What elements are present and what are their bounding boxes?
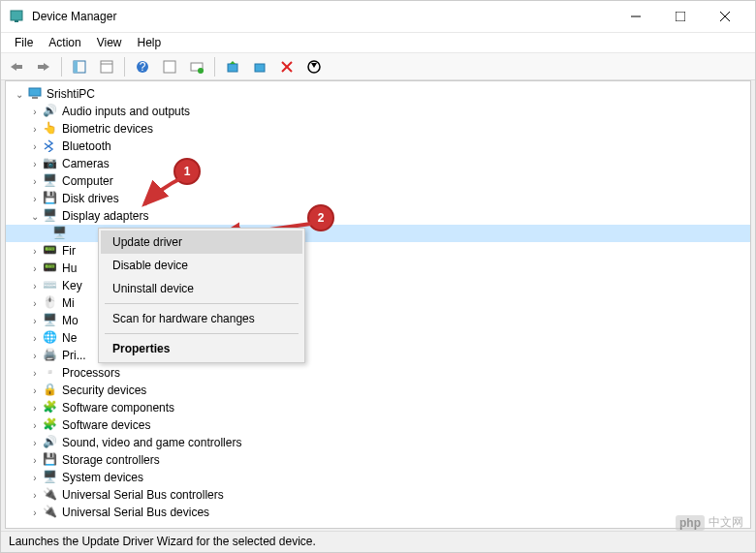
firmware-icon: 📟 bbox=[43, 243, 58, 259]
back-button[interactable] bbox=[5, 55, 28, 78]
context-uninstall-device[interactable]: Uninstall device bbox=[101, 277, 302, 300]
tree-item-label: Processors bbox=[62, 366, 120, 380]
expand-icon[interactable]: › bbox=[27, 176, 43, 187]
context-menu: Update driver Disable device Uninstall d… bbox=[98, 228, 305, 363]
context-update-driver[interactable]: Update driver bbox=[101, 230, 302, 254]
tree-item-label: Hu bbox=[62, 261, 77, 275]
tree-item[interactable]: ›🖥️Computer bbox=[6, 172, 750, 190]
expand-icon[interactable]: › bbox=[27, 473, 43, 483]
computer-icon bbox=[27, 86, 43, 102]
expand-icon[interactable]: › bbox=[27, 438, 43, 448]
uninstall-button[interactable] bbox=[248, 55, 271, 78]
tree-item-label: Storage controllers bbox=[62, 453, 160, 467]
tree-item[interactable]: ›🔌Universal Serial Bus devices bbox=[6, 504, 750, 521]
tree-item[interactable]: ›👆Biometric devices bbox=[6, 120, 750, 138]
svg-rect-1 bbox=[15, 20, 18, 22]
menu-view[interactable]: View bbox=[89, 34, 130, 51]
tree-item-label: Bluetooth bbox=[62, 139, 111, 153]
collapse-icon[interactable]: ⌄ bbox=[27, 211, 43, 222]
expand-icon[interactable]: › bbox=[27, 490, 43, 501]
tree-item[interactable]: ›📷Cameras bbox=[6, 155, 750, 172]
context-item-label: Update driver bbox=[112, 235, 182, 249]
disk-icon: 💾 bbox=[43, 191, 58, 206]
context-disable-device[interactable]: Disable device bbox=[101, 254, 302, 277]
mouse-icon: 🖱️ bbox=[43, 295, 58, 311]
delete-button[interactable] bbox=[275, 55, 299, 78]
tree-item-label: Mi bbox=[62, 296, 75, 310]
tree-item-label: Software devices bbox=[62, 418, 150, 432]
tree-item[interactable]: ›🔊Sound, video and game controllers bbox=[6, 434, 750, 451]
expand-icon[interactable]: › bbox=[27, 368, 43, 379]
tree-root-label: SrishtiPC bbox=[47, 87, 95, 101]
camera-icon: 📷 bbox=[43, 156, 58, 171]
truncated-label: ... bbox=[77, 349, 86, 362]
show-hide-tree-button[interactable] bbox=[68, 55, 91, 78]
minimize-button[interactable] bbox=[614, 1, 658, 32]
titlebar: Device Manager bbox=[1, 1, 755, 32]
expand-icon[interactable]: › bbox=[27, 194, 43, 204]
action-button[interactable] bbox=[158, 55, 181, 78]
expand-icon[interactable]: › bbox=[27, 403, 43, 414]
context-properties[interactable]: Properties bbox=[101, 337, 302, 360]
menu-action[interactable]: Action bbox=[41, 34, 88, 51]
help-button[interactable]: ? bbox=[131, 55, 154, 78]
expand-icon[interactable]: › bbox=[27, 263, 43, 274]
expand-icon[interactable]: › bbox=[27, 159, 43, 169]
tree-item-display-adapters[interactable]: ⌄🖥️Display adapters bbox=[6, 207, 750, 225]
expand-icon[interactable]: › bbox=[27, 298, 43, 309]
expand-icon[interactable]: › bbox=[27, 333, 43, 344]
context-scan[interactable]: Scan for hardware changes bbox=[101, 307, 302, 330]
expand-icon[interactable]: › bbox=[27, 420, 43, 431]
software-icon: 🧩 bbox=[43, 417, 58, 433]
expand-icon[interactable]: › bbox=[27, 124, 43, 135]
tree-item-label: Disk drives bbox=[62, 192, 119, 205]
badge-label: 1 bbox=[184, 165, 191, 178]
expand-icon[interactable]: › bbox=[27, 281, 43, 292]
disable-button[interactable] bbox=[302, 55, 326, 78]
expand-icon[interactable]: › bbox=[27, 455, 43, 466]
tree-item[interactable]: ›💾Storage controllers bbox=[6, 451, 750, 469]
tree-item-label: Key bbox=[62, 279, 82, 292]
tree-item-label: Biometric devices bbox=[62, 122, 153, 136]
tree-item[interactable]: ›🖥️System devices bbox=[6, 469, 750, 486]
expand-icon[interactable]: › bbox=[27, 246, 43, 257]
svg-rect-0 bbox=[11, 11, 22, 20]
tree-item[interactable]: ›💾Disk drives bbox=[6, 190, 750, 207]
tree-item[interactable]: ›Bluetooth bbox=[6, 138, 750, 155]
expand-icon[interactable]: › bbox=[27, 507, 43, 518]
close-button[interactable] bbox=[703, 1, 747, 32]
forward-button[interactable] bbox=[32, 55, 55, 78]
context-separator bbox=[105, 333, 299, 334]
tree-item[interactable]: ›🧩Software components bbox=[6, 399, 750, 416]
properties-button[interactable] bbox=[95, 55, 118, 78]
update-button[interactable] bbox=[221, 55, 244, 78]
expand-icon[interactable]: › bbox=[27, 351, 43, 361]
keyboard-icon: ⌨️ bbox=[43, 278, 58, 293]
statusbar: Launches the Update Driver Wizard for th… bbox=[1, 531, 755, 552]
biometric-icon: 👆 bbox=[43, 121, 58, 137]
svg-rect-12 bbox=[164, 61, 175, 73]
svg-rect-3 bbox=[676, 12, 685, 21]
tree-item[interactable]: ›▫️Processors bbox=[6, 364, 750, 382]
watermark: php 中文网 bbox=[676, 514, 743, 531]
tree-item[interactable]: ›🧩Software devices bbox=[6, 416, 750, 434]
expand-icon[interactable]: › bbox=[27, 385, 43, 396]
tree-item[interactable]: ›🔌Universal Serial Bus controllers bbox=[6, 486, 750, 504]
expand-icon[interactable]: › bbox=[27, 316, 43, 326]
tree-root[interactable]: ⌄ SrishtiPC bbox=[6, 85, 750, 103]
system-icon: 🖥️ bbox=[43, 470, 58, 485]
expand-icon[interactable]: › bbox=[27, 141, 43, 152]
tree-item[interactable]: ›🔊Audio inputs and outputs bbox=[6, 103, 750, 120]
collapse-icon[interactable]: ⌄ bbox=[12, 89, 27, 100]
monitor-icon: 🖥️ bbox=[43, 313, 58, 328]
audio-icon: 🔊 bbox=[43, 104, 58, 119]
tree-item[interactable]: ›🔒Security devices bbox=[6, 382, 750, 399]
menu-file[interactable]: File bbox=[7, 34, 41, 51]
expand-icon[interactable]: › bbox=[27, 107, 43, 117]
maximize-button[interactable] bbox=[658, 1, 703, 32]
scan-button[interactable] bbox=[185, 55, 208, 78]
toolbar: ? bbox=[1, 53, 755, 80]
menu-help[interactable]: Help bbox=[130, 34, 170, 51]
window-title: Device Manager bbox=[32, 10, 614, 23]
security-icon: 🔒 bbox=[43, 383, 58, 398]
